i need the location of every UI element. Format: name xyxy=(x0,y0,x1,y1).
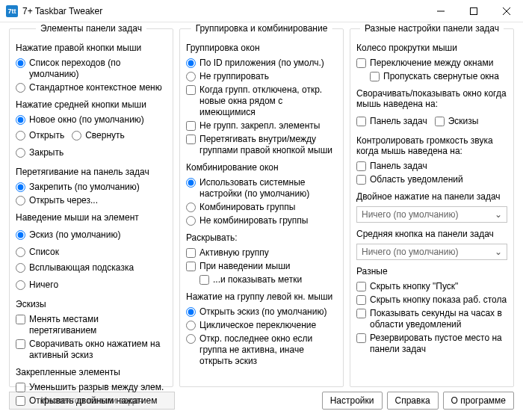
middle-click-close-radio[interactable] xyxy=(16,148,25,158)
drag-openwith-label: Открыть через... xyxy=(29,195,98,206)
drag-pin-label: Закрепить (по умолчанию) xyxy=(29,182,140,193)
thumbs-drag-checkbox[interactable] xyxy=(16,315,25,324)
combine-yes-radio[interactable] xyxy=(186,203,196,212)
middle-click-open-radio[interactable] xyxy=(16,131,25,140)
hover-title: Наведение мыши на элемент xyxy=(16,212,167,223)
hover-list-radio[interactable] xyxy=(16,247,25,257)
thumbs-drag-label: Менять местами перетягиванием xyxy=(29,314,167,336)
svg-rect-1 xyxy=(471,7,477,14)
mr-thumbs-label: Эскизы xyxy=(448,116,479,127)
decombine-labels-label: ...и показывать метки xyxy=(213,274,302,285)
lc-last-radio[interactable] xyxy=(186,334,196,344)
minrestore-title: Сворачивать/показывать окно когда мышь н… xyxy=(356,88,507,109)
close-button[interactable] xyxy=(490,0,523,22)
misc-settings-group: Разные настройки панели задач Колесо про… xyxy=(350,28,514,387)
misc-seconds-checkbox[interactable] xyxy=(356,309,366,318)
hover-thumb-label: Эскиз (по умолчанию) xyxy=(29,229,120,241)
misc-reserve-label: Резервировать пустое место на панели зад… xyxy=(370,333,507,355)
drag-pin-radio[interactable] xyxy=(16,182,25,192)
group-dontpinned-checkbox[interactable] xyxy=(186,121,196,131)
group-dragbetween-checkbox[interactable] xyxy=(186,135,196,144)
group-whenoff-label: Когда групп. отключена, откр. новые окна… xyxy=(199,84,337,118)
misc-hidedesktop-checkbox[interactable] xyxy=(356,295,366,305)
drag-openwith-radio[interactable] xyxy=(16,196,25,206)
hover-nothing-radio[interactable] xyxy=(16,280,25,290)
right-click-title: Нажатие правой кнопки мыши xyxy=(16,43,167,53)
midclick-value: Ничего (по умолчанию) xyxy=(362,247,458,257)
right-click-jumplist-label: Список переходов (по умолчанию) xyxy=(29,58,167,80)
maximize-button[interactable] xyxy=(457,0,490,22)
vol-taskbar-checkbox[interactable] xyxy=(356,161,366,171)
pinned-gap-label: Уменьшить разрыв между элем. xyxy=(29,382,164,393)
group-appid-radio[interactable] xyxy=(186,58,196,68)
mr-taskbar-checkbox[interactable] xyxy=(356,117,366,126)
middle-click-minimize-radio[interactable] xyxy=(72,131,81,140)
wheel-skip-checkbox[interactable] xyxy=(370,72,380,81)
misc-reserve-checkbox[interactable] xyxy=(356,333,366,343)
settings-button[interactable]: Настройки xyxy=(322,392,383,410)
midclick-title: Средняя кнопка на панели задач xyxy=(356,229,507,239)
dblclick-select[interactable]: Ничего (по умолчанию) ⌄ xyxy=(356,206,507,223)
lc-thumb-radio[interactable] xyxy=(186,307,196,317)
chevron-down-icon: ⌄ xyxy=(495,247,502,257)
misc-title: Разные xyxy=(356,266,507,277)
pinned-dblclick-checkbox[interactable] xyxy=(16,396,25,406)
group-whenoff-checkbox[interactable] xyxy=(186,85,196,95)
dblclick-value: Ничего (по умолчанию) xyxy=(362,209,458,220)
dblclick-title: Двойное нажатие на панели задач xyxy=(356,191,507,202)
group-dont-radio[interactable] xyxy=(186,72,196,81)
combine-system-radio[interactable] xyxy=(186,178,196,188)
hover-thumb-radio[interactable] xyxy=(16,230,25,240)
decombine-hover-label: При наведении мыши xyxy=(199,261,291,272)
drag-title: Перетягивание на панель задач xyxy=(16,167,167,177)
right-click-jumplist-radio[interactable] xyxy=(16,58,25,68)
app-icon: 7tt xyxy=(6,5,18,17)
group-dontpinned-label: Не групп. закрепл. элементы xyxy=(199,120,320,132)
misc-hidestart-checkbox[interactable] xyxy=(356,282,366,291)
combine-no-radio[interactable] xyxy=(186,216,196,226)
thumbs-minimize-checkbox[interactable] xyxy=(16,339,25,349)
minimize-button[interactable] xyxy=(424,0,457,22)
middle-click-newwin-radio[interactable] xyxy=(16,115,25,125)
mr-thumbs-checkbox[interactable] xyxy=(435,117,445,126)
decombine-active-label: Активную группу xyxy=(199,247,269,259)
group-legend: Группировка и комбинирование xyxy=(191,23,332,34)
taskbar-items-group: Элементы панели задач Нажатие правой кно… xyxy=(9,28,173,387)
right-click-stdmenu-radio[interactable] xyxy=(16,83,25,93)
chevron-down-icon: ⌄ xyxy=(495,209,502,220)
leftclick-title: Нажатие на группу левой кн. мыши xyxy=(186,291,337,302)
titlebar: 7tt 7+ Taskbar Tweaker xyxy=(0,0,523,22)
vol-tray-label: Область уведомлений xyxy=(370,174,463,185)
pinned-gap-checkbox[interactable] xyxy=(16,383,25,392)
combining-title: Комбинирование окон xyxy=(186,162,337,173)
group-dragbetween-label: Перетягивать внутри/между группами право… xyxy=(199,134,337,156)
decombine-active-checkbox[interactable] xyxy=(186,248,196,258)
combine-system-label: Использовать системные настройки (по умо… xyxy=(199,177,337,200)
about-button[interactable]: О программе xyxy=(443,392,514,410)
midclick-select[interactable]: Ничего (по умолчанию) ⌄ xyxy=(356,244,507,260)
pinned-dblclick-label: Открывать двойным нажатием xyxy=(29,395,157,407)
hover-tooltip-radio[interactable] xyxy=(16,263,25,273)
grouping-title: Группировка окон xyxy=(186,43,337,53)
combine-yes-label: Комбинировать группы xyxy=(199,202,295,213)
wheel-skip-label: Пропускать свернутые окна xyxy=(383,71,499,82)
window-title: 7+ Taskbar Tweaker xyxy=(22,6,424,16)
right-click-stdmenu-label: Стандартное контекстное меню xyxy=(29,82,162,93)
hover-list-label: Список xyxy=(29,247,59,258)
pinned-title: Закрепленные элементы xyxy=(16,367,167,377)
group-legend: Элементы панели задач xyxy=(36,23,146,34)
lc-cycle-radio[interactable] xyxy=(186,321,196,330)
hover-nothing-label: Ничего xyxy=(29,280,58,291)
mr-taskbar-label: Панель задач xyxy=(370,116,427,127)
help-button[interactable]: Справка xyxy=(387,392,439,410)
decombine-hover-checkbox[interactable] xyxy=(186,262,196,271)
wheel-switch-checkbox[interactable] xyxy=(356,58,366,68)
misc-hidestart-label: Скрыть кнопку "Пуск" xyxy=(370,281,458,292)
grouping-combining-group: Группировка и комбинирование Группировка… xyxy=(179,28,344,387)
misc-hidedesktop-label: Скрыть кнопку показа раб. стола xyxy=(370,294,507,306)
vol-tray-checkbox[interactable] xyxy=(356,175,366,185)
lc-cycle-label: Циклическое переключение xyxy=(199,320,316,331)
middle-click-minimize-label: Свернуть xyxy=(85,130,125,141)
thumbs-title: Эскизы xyxy=(16,299,167,309)
decombine-labels-checkbox[interactable] xyxy=(199,275,209,285)
